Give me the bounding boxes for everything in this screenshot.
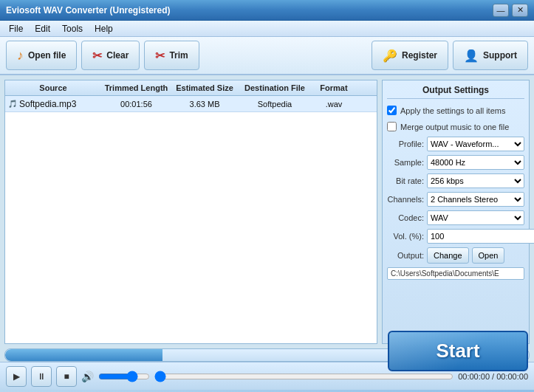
codec-row: Codec: WAV	[387, 210, 524, 225]
merge-output-label: Merge output music to one file	[400, 123, 509, 131]
menu-help[interactable]: Help	[89, 22, 119, 35]
progress-fill	[5, 349, 162, 361]
stop-button[interactable]: ■	[56, 366, 77, 387]
output-label: Output:	[387, 251, 424, 260]
menu-tools[interactable]: Tools	[56, 22, 89, 35]
cell-trimmed: 00:01:56	[101, 100, 171, 109]
note-icon: ♪	[17, 48, 24, 63]
output-path-row: Output: Change Open	[387, 247, 524, 264]
file-panel: Source Trimmed Length Estimated Size Des…	[4, 80, 377, 344]
minimize-button[interactable]: —	[493, 4, 509, 17]
open-file-button[interactable]: ♪ Open file	[6, 41, 77, 70]
channels-select[interactable]: 2 Channels Stereo 1 Channel Mono	[427, 192, 524, 207]
sample-row: Sample: 48000 Hz 44100 Hz 22050 Hz	[387, 155, 524, 170]
table-row[interactable]: 🎵 Softpedia.mp3 00:01:56 3.63 MB Softped…	[5, 96, 377, 112]
key-icon: 🔑	[383, 49, 397, 63]
menu-edit[interactable]: Edit	[29, 22, 56, 35]
apply-settings-checkbox[interactable]	[387, 106, 397, 115]
trim-label: Trim	[169, 50, 188, 61]
codec-select[interactable]: WAV	[427, 210, 524, 225]
file-table-header: Source Trimmed Length Estimated Size Des…	[5, 80, 377, 96]
clear-label: Clear	[106, 50, 129, 61]
vol-row: Vol. (%):	[387, 229, 524, 244]
register-label: Register	[402, 50, 437, 61]
profile-row: Profile: WAV - Waveform...	[387, 137, 524, 151]
start-button[interactable]: Start	[388, 331, 528, 371]
file-table-body: 🎵 Softpedia.mp3 00:01:56 3.63 MB Softped…	[5, 96, 377, 343]
header-dest: Destination File	[238, 83, 312, 92]
scissors-icon: ✂	[92, 49, 102, 63]
volume-icon[interactable]: 🔊	[81, 371, 94, 382]
output-path: C:\Users\Softpedia\Documents\E	[387, 267, 524, 280]
trim-button[interactable]: ✂ Trim	[144, 41, 199, 70]
header-source: Source	[5, 83, 101, 92]
seek-slider[interactable]	[154, 371, 453, 382]
time-display: 00:00:00 / 00:00:00	[458, 372, 528, 381]
cell-source: 🎵 Softpedia.mp3	[5, 99, 101, 109]
codec-label: Codec:	[387, 213, 424, 222]
channels-label: Channels:	[387, 195, 424, 204]
channels-row: Channels: 2 Channels Stereo 1 Channel Mo…	[387, 192, 524, 207]
sample-label: Sample:	[387, 158, 424, 167]
bitrate-label: Bit rate:	[387, 176, 424, 185]
output-settings-title: Output Settings	[387, 85, 524, 99]
cell-dest: Softpedia	[238, 100, 312, 109]
output-panel: Output Settings Apply the settings to al…	[382, 80, 530, 344]
vol-input[interactable]	[427, 229, 534, 244]
title-buttons: — ✕	[493, 4, 528, 17]
start-button-label: Start	[436, 340, 479, 362]
trim-scissors-icon: ✂	[155, 49, 165, 63]
play-button[interactable]: ▶	[6, 366, 27, 387]
title-bar: Eviosoft WAV Converter (Unregistered) — …	[0, 0, 534, 21]
merge-output-checkbox[interactable]	[387, 122, 397, 131]
vol-label: Vol. (%):	[387, 232, 424, 241]
support-label: Support	[483, 50, 517, 61]
cell-estsize: 3.63 MB	[171, 100, 238, 109]
music-file-icon: 🎵	[8, 100, 17, 108]
apply-settings-row: Apply the settings to all items	[387, 106, 524, 115]
close-button[interactable]: ✕	[512, 4, 528, 17]
merge-output-row: Merge output music to one file	[387, 122, 524, 131]
bitrate-select[interactable]: 256 kbps 128 kbps 320 kbps	[427, 173, 524, 188]
header-trimmed: Trimmed Length	[101, 83, 171, 92]
sample-select[interactable]: 48000 Hz 44100 Hz 22050 Hz	[427, 155, 524, 170]
open-file-label: Open file	[28, 50, 66, 61]
profile-select[interactable]: WAV - Waveform...	[427, 137, 524, 151]
header-format: Format	[312, 83, 356, 92]
profile-label: Profile:	[387, 140, 424, 148]
toolbar: ♪ Open file ✂ Clear ✂ Trim 🔑 Register 👤 …	[0, 37, 534, 75]
bitrate-row: Bit rate: 256 kbps 128 kbps 320 kbps	[387, 173, 524, 188]
main-content: Source Trimmed Length Estimated Size Des…	[0, 75, 534, 348]
volume-slider[interactable]	[98, 371, 150, 382]
apply-settings-label: Apply the settings to all items	[400, 106, 505, 115]
clear-button[interactable]: ✂ Clear	[81, 41, 140, 70]
register-button[interactable]: 🔑 Register	[372, 41, 448, 70]
cell-format: .wav	[312, 100, 356, 109]
user-icon: 👤	[464, 49, 479, 63]
menu-file[interactable]: File	[3, 22, 29, 35]
support-button[interactable]: 👤 Support	[453, 41, 528, 70]
app-title: Eviosoft WAV Converter (Unregistered)	[6, 5, 170, 16]
header-estsize: Estimated Size	[171, 83, 238, 92]
menu-bar: File Edit Tools Help	[0, 21, 534, 37]
pause-button[interactable]: ⏸	[31, 366, 52, 387]
open-button[interactable]: Open	[472, 247, 505, 264]
change-button[interactable]: Change	[427, 247, 469, 264]
